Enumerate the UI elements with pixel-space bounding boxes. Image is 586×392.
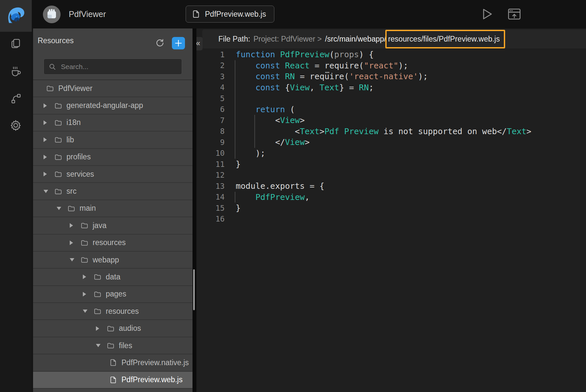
gear-icon (9, 118, 23, 132)
folder-icon (106, 325, 115, 332)
folder-icon (54, 153, 63, 161)
flow-icon (9, 92, 22, 105)
chevron-right-icon[interactable] (44, 155, 50, 159)
tree-item-pdfpreview-web-js[interactable]: PdfPreview.web.js (33, 372, 192, 389)
code-line-14[interactable]: 14 PdfPreview, (196, 192, 586, 203)
tree-item-pdfpreview-native-js[interactable]: PdfPreview.native.js (33, 354, 192, 371)
tree-item-resources[interactable]: resources (33, 303, 192, 320)
line-number: 8 (196, 127, 236, 135)
add-resource-button[interactable] (172, 37, 185, 49)
open-file-tab[interactable]: PdfPreview.web.js (186, 6, 274, 23)
line-number: 6 (196, 105, 236, 114)
tree-item-services[interactable]: services (33, 166, 192, 183)
tree-item-label: java (93, 221, 106, 230)
chevron-right-icon[interactable] (70, 223, 76, 228)
plus-icon (174, 39, 182, 47)
code-line-16[interactable]: 16 (196, 214, 586, 225)
code-line-5[interactable]: 5 (196, 93, 586, 104)
code-line-10[interactable]: 10 ); (196, 148, 586, 159)
code-line-11[interactable]: 11} (196, 159, 586, 170)
tree-item-main[interactable]: main (33, 200, 192, 217)
folder-icon (46, 84, 54, 92)
pages-icon (9, 37, 22, 50)
code-line-8[interactable]: 8 <Text>Pdf Preview is not supported on … (196, 126, 586, 137)
chevron-down-icon[interactable] (96, 344, 102, 347)
code-editor: 1function PdfPreview(props) {2 const Rea… (196, 49, 586, 392)
tree-item-label: files (119, 341, 132, 350)
tree-item-src[interactable]: src (33, 183, 192, 200)
chevron-right-icon[interactable] (44, 172, 50, 176)
line-number: 2 (196, 61, 236, 70)
tree-item-label: webapp (93, 256, 119, 264)
tree-item-label: generated-angular-app (66, 101, 143, 110)
code-line-1[interactable]: 1function PdfPreview(props) { (196, 49, 586, 60)
tree-item-files[interactable]: files (33, 337, 192, 354)
code-line-9[interactable]: 9 </View> (196, 137, 586, 148)
tree-item-java[interactable]: java (33, 217, 192, 234)
tree-item-audios[interactable]: audios (33, 320, 192, 337)
code-line-2[interactable]: 2 const React = require("react"); (196, 60, 586, 71)
refresh-button[interactable] (155, 38, 165, 48)
line-number: 9 (196, 138, 236, 147)
tree-item-label: PdfPreview.native.js (121, 358, 189, 367)
chevron-down-icon[interactable] (44, 190, 50, 193)
code-line-7[interactable]: 7 <View> (196, 115, 586, 126)
tree-item-i18n[interactable]: i18n (33, 115, 192, 132)
code-line-6[interactable]: 6 return ( (196, 104, 586, 115)
tree-item-webapp[interactable]: webapp (33, 252, 192, 269)
code-line-12[interactable]: 12 (196, 170, 586, 181)
settings-button[interactable] (0, 116, 31, 134)
chevron-down-icon[interactable] (70, 258, 76, 261)
file-path-highlight-box: resources/files/PdfPreview.web.js (385, 30, 505, 48)
tree-item-label: src (66, 187, 77, 196)
tree-item-profiles[interactable]: profiles (33, 149, 192, 166)
folder-icon (93, 290, 102, 298)
folder-icon (54, 136, 63, 144)
file-path-project: Project: PdfViewer > (253, 35, 322, 44)
line-number: 4 (196, 83, 236, 92)
folder-icon (80, 222, 89, 229)
app-logo[interactable] (0, 0, 32, 32)
tree-item-generated-angular-app[interactable]: generated-angular-app (33, 97, 192, 114)
chevron-right-icon[interactable] (83, 275, 89, 279)
app-window: PdfViewer PdfPreview.web.js (0, 0, 586, 392)
chevron-right-icon[interactable] (96, 326, 102, 331)
search-input[interactable] (60, 62, 177, 71)
code-line-13[interactable]: 13module.exports = { (196, 181, 586, 192)
chevron-right-icon[interactable] (44, 103, 50, 108)
publish-button[interactable] (507, 7, 521, 21)
chevron-down-icon[interactable] (57, 207, 63, 210)
panel-scroll-track (192, 28, 196, 392)
editor-area: « File Path: Project: PdfViewer > /src/m… (196, 28, 586, 392)
tree-item-pdfviewer[interactable]: PdfViewer (33, 80, 192, 97)
coffee-icon (9, 64, 23, 78)
pages-button[interactable] (0, 34, 31, 53)
tree-item-label: i18n (66, 118, 81, 127)
chevron-right-icon[interactable] (44, 137, 50, 142)
tree-item-resources[interactable]: resources (33, 235, 192, 252)
line-number: 15 (196, 204, 236, 212)
chevron-down-icon[interactable] (83, 310, 89, 313)
project-avatar (43, 5, 61, 24)
panel-scrollbar-thumb[interactable] (193, 269, 195, 310)
code-line-15[interactable]: 15} (196, 203, 586, 214)
line-number: 14 (196, 193, 236, 201)
coffee-button[interactable] (0, 62, 31, 80)
chevron-right-icon[interactable] (83, 292, 89, 296)
tree-item-pages[interactable]: pages (33, 286, 192, 303)
chevron-right-icon[interactable] (44, 120, 50, 125)
tree-item-label: PdfViewer (58, 84, 92, 93)
folder-icon (106, 342, 115, 349)
file-tab-label: PdfPreview.web.js (205, 10, 266, 19)
code-line-4[interactable]: 4 const {View, Text} = RN; (196, 82, 586, 93)
code-line-3[interactable]: 3 const RN = require('react-native'); (196, 71, 586, 82)
tree-item-data[interactable]: data (33, 269, 192, 286)
flow-button[interactable] (0, 89, 31, 108)
run-button[interactable] (481, 7, 494, 21)
file-tree: PdfViewergenerated-angular-appi18nlibpro… (33, 80, 192, 392)
tree-item-label: audios (119, 324, 141, 333)
line-number: 5 (196, 94, 236, 103)
chevron-right-icon[interactable] (70, 241, 76, 245)
file-icon (109, 376, 118, 384)
tree-item-lib[interactable]: lib (33, 132, 192, 149)
